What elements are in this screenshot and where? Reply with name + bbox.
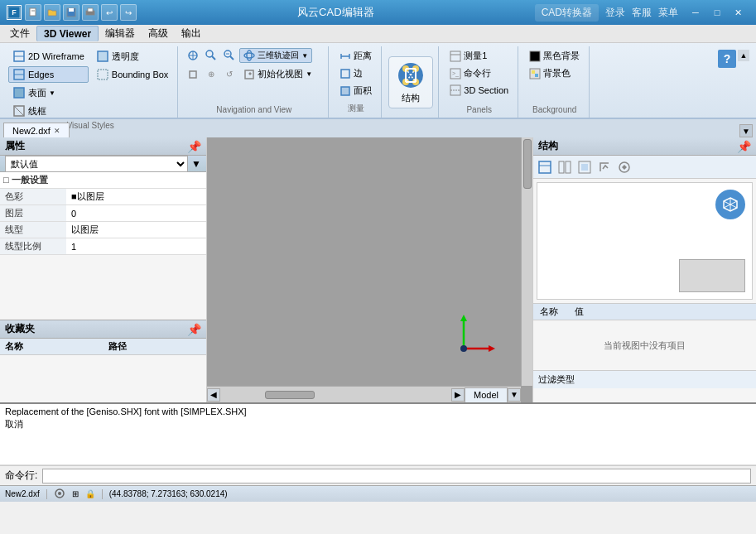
svg-point-61: [460, 345, 467, 352]
svg-rect-12: [14, 88, 24, 98]
status-bar: New2.dxf ⊞ 🔒 (44.83788; 7.273163; 630.02…: [0, 485, 756, 502]
scroll-thumb-v[interactable]: [523, 139, 532, 189]
svg-rect-7: [88, 8, 93, 12]
nav-btn3[interactable]: [221, 48, 238, 63]
svg-rect-65: [566, 161, 571, 173]
panel-expand[interactable]: ▼: [191, 158, 201, 170]
svg-text:F: F: [12, 8, 17, 17]
preview-thumbnail: [679, 259, 745, 292]
btn-edges[interactable]: Edges: [8, 66, 89, 83]
struct-btn-5[interactable]: [616, 159, 633, 176]
menu-bar: 文件 3D Viewer 编辑器 高级 输出: [0, 25, 756, 43]
bookmark-pin-btn[interactable]: 📌: [187, 323, 201, 336]
btn-measure1[interactable]: 测量1: [445, 48, 513, 64]
svg-rect-2: [30, 8, 36, 16]
title-bar: F ↩ ↪ 风云CAD编辑器 CAD转换器 登录 客服 菜单 ─: [0, 0, 756, 25]
btn-distance[interactable]: 距离: [335, 48, 376, 64]
ribbon-group-panels: 测量1 >_ 命令行 3D Section Panels: [441, 46, 518, 118]
properties-select[interactable]: 默认值: [5, 156, 188, 172]
btn-bg-color[interactable]: 背景色: [525, 65, 584, 81]
ribbon-collapse-btn[interactable]: ▲: [738, 50, 749, 61]
struct-btn-4[interactable]: [596, 159, 613, 176]
ribbon: 2D Wireframe Edges 表面 ▼ 线框: [0, 43, 756, 119]
undo-btn[interactable]: ↩: [101, 4, 118, 21]
help-btn[interactable]: ?: [718, 50, 736, 68]
menu-btn[interactable]: 菜单: [658, 6, 678, 20]
command-input[interactable]: [42, 469, 751, 483]
menu-editor[interactable]: 编辑器: [99, 25, 142, 42]
visual-styles-content: 2D Wireframe Edges 表面 ▼ 线框: [8, 48, 172, 119]
btn-2d-wireframe[interactable]: 2D Wireframe: [8, 48, 89, 65]
command-output-line-1: Replacement of the [Geniso.SHX] font wit…: [5, 406, 751, 417]
btn-black-bg[interactable]: 黑色背景: [525, 48, 584, 64]
btn-surface[interactable]: 表面 ▼: [8, 84, 89, 101]
menu-output[interactable]: 输出: [175, 25, 208, 42]
svg-rect-16: [98, 70, 108, 79]
menu-3dviewer[interactable]: 3D Viewer: [36, 26, 99, 41]
structure-logo: [715, 190, 745, 219]
nav-init-view[interactable]: 初始化视图 ▼: [239, 66, 316, 82]
tab-scroll-down[interactable]: ▼: [739, 124, 753, 137]
ribbon-group-structure-btn: 结构: [383, 46, 439, 118]
scroll-h-track[interactable]: [220, 391, 451, 399]
tab-close-btn[interactable]: ✕: [54, 127, 60, 135]
maximize-btn[interactable]: □: [706, 4, 728, 21]
nav-btn6[interactable]: ↺: [221, 66, 238, 82]
panel-pin-btn[interactable]: 📌: [187, 140, 201, 153]
minimize-btn[interactable]: ─: [685, 4, 706, 21]
properties-table: □ 一般设置 色彩 ■以图层 图层 0 线型 以图层 线: [0, 172, 206, 255]
struct-btn-2[interactable]: [556, 159, 573, 176]
structure-pin-btn[interactable]: 📌: [737, 140, 751, 153]
svg-rect-5: [69, 8, 74, 12]
open-btn[interactable]: [44, 4, 60, 21]
save-btn[interactable]: [63, 4, 79, 21]
menu-file[interactable]: 文件: [3, 25, 36, 42]
scroll-thumb-h[interactable]: [265, 391, 315, 399]
print-btn[interactable]: [82, 4, 99, 21]
doc-tab-new2[interactable]: New2.dxf ✕: [3, 123, 70, 137]
left-panel: 属性 📌 默认值 ▼ □ 一般设置 色彩 ■以图层: [0, 137, 207, 402]
menu-advanced[interactable]: 高级: [142, 25, 175, 42]
main-canvas[interactable]: ◀ ▶ Model ▼: [207, 137, 532, 402]
scroll-right-btn[interactable]: ▶: [451, 388, 465, 402]
props-header: 名称 值: [533, 304, 756, 320]
nav-btn1[interactable]: [185, 48, 201, 63]
struct-btn-3[interactable]: [576, 159, 593, 176]
status-grid: ⊞: [72, 489, 79, 498]
nav-3d-orbit[interactable]: 三维轨迹回 ▼: [239, 48, 312, 63]
btn-wireframe[interactable]: 线框: [8, 103, 89, 119]
btn-structure[interactable]: 结构: [388, 56, 433, 108]
btn-edge[interactable]: 边: [335, 65, 376, 81]
quick-actions: ↩ ↪: [25, 4, 137, 21]
nav-btn5[interactable]: ⊕: [203, 66, 219, 82]
btn-3d-section[interactable]: 3D Section: [445, 83, 513, 98]
measure-label: 测量: [335, 101, 376, 116]
scroll-left-btn[interactable]: ◀: [207, 388, 220, 402]
bookmark-panel: 收藏夹 📌 名称 路径: [0, 320, 206, 402]
title-right-area: CAD转换器 登录 客服 菜单 ─ □ ✕: [535, 4, 749, 22]
model-tab-btn[interactable]: Model: [465, 387, 508, 402]
background-label: Background: [525, 103, 584, 116]
nav-btn4[interactable]: [185, 66, 201, 82]
struct-btn-1[interactable]: [537, 159, 553, 176]
app-title: 风云CAD编辑器: [297, 5, 373, 20]
btn-command-line[interactable]: >_ 命令行: [445, 65, 513, 81]
tab-collapse-btn[interactable]: ▼: [508, 388, 521, 402]
btn-area[interactable]: 面积: [335, 83, 376, 99]
close-btn[interactable]: ✕: [728, 4, 749, 21]
status-divider-2: [102, 489, 103, 499]
svg-rect-53: [530, 51, 540, 61]
cad-convert-btn[interactable]: CAD转换器: [535, 4, 599, 22]
btn-bounding-box[interactable]: Bounding Box: [92, 66, 173, 83]
canvas-scroll-vertical[interactable]: [521, 137, 532, 386]
btn-transparent[interactable]: 透明度: [92, 48, 173, 65]
new-btn[interactable]: [25, 4, 41, 21]
svg-line-14: [14, 106, 24, 116]
properties-title-bar: 默认值 ▼: [0, 156, 206, 172]
login-btn[interactable]: 登录: [605, 6, 625, 20]
redo-btn[interactable]: ↪: [120, 4, 137, 21]
nav-btn2[interactable]: [203, 48, 219, 63]
service-btn[interactable]: 客服: [632, 6, 652, 20]
svg-rect-64: [559, 161, 564, 173]
canvas-scroll-horizontal[interactable]: ◀ ▶ Model ▼: [207, 386, 521, 402]
